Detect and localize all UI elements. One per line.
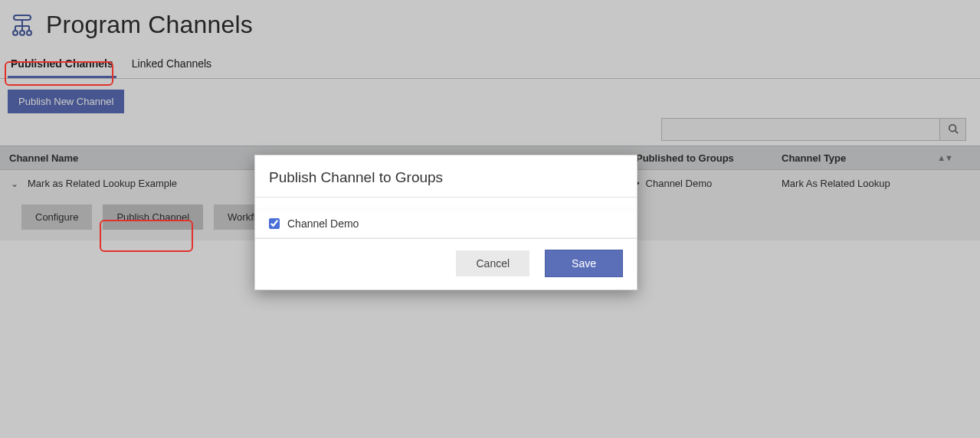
cancel-button[interactable]: Cancel: [456, 250, 529, 276]
group-option-row[interactable]: Channel Demo: [255, 210, 637, 238]
modal-footer: Cancel Save: [255, 239, 637, 289]
group-option-checkbox[interactable]: [269, 218, 280, 229]
group-option-hidden: [255, 198, 637, 210]
save-button[interactable]: Save: [545, 250, 623, 277]
page-root: Program Channels Published Channels Link…: [0, 0, 980, 438]
group-option-label: Channel Demo: [287, 217, 359, 230]
modal-body: Channel Demo: [255, 197, 637, 239]
publish-channel-modal: Publish Channel to Groups Channel Demo C…: [254, 155, 637, 290]
modal-title: Publish Channel to Groups: [255, 155, 637, 197]
